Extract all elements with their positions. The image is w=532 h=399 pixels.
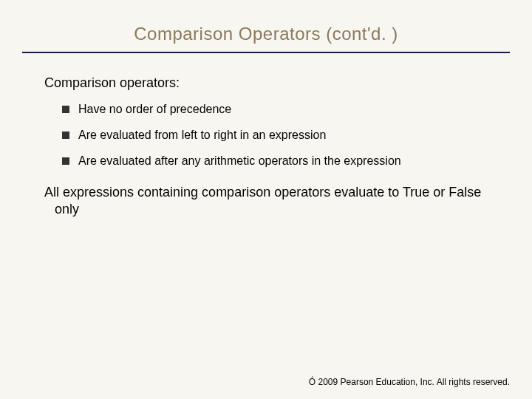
list-item: Are evaluated after any arithmetic opera… <box>62 149 488 174</box>
slide-content: Comparison operators: Have no order of p… <box>0 53 532 217</box>
intro-line: Comparison operators: <box>44 75 488 91</box>
list-item: Are evaluated from left to right in an e… <box>62 123 488 149</box>
closing-line: All expressions containing comparison op… <box>44 184 488 217</box>
slide-title: Comparison Operators (cont'd. ) <box>0 0 532 52</box>
bullet-list: Have no order of precedence Are evaluate… <box>44 97 488 174</box>
list-item: Have no order of precedence <box>62 97 488 123</box>
copyright-footer: Ó 2009 Pearson Education, Inc. All right… <box>309 377 510 387</box>
